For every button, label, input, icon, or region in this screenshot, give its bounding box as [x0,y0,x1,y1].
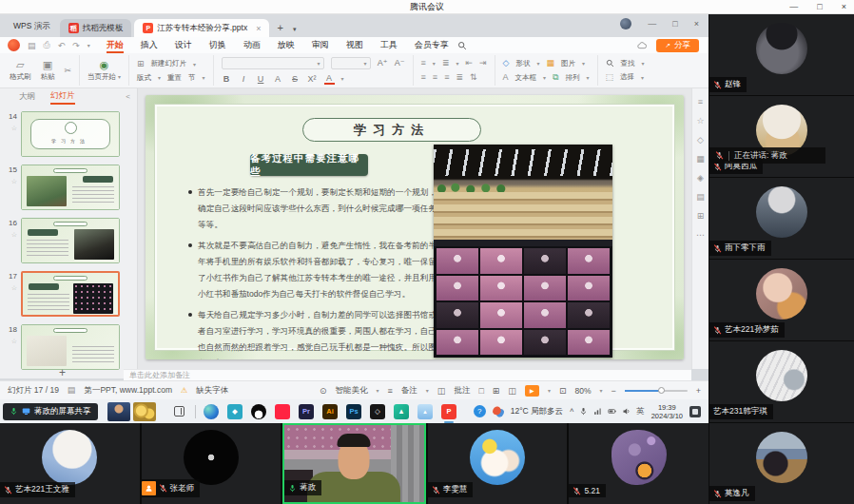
panel-chart-icon[interactable]: ▤ [696,192,705,202]
missing-font-warning[interactable]: 缺失字体 [196,385,228,397]
align-center-icon[interactable]: ≡ [433,72,437,83]
zoom-slider[interactable] [625,390,688,392]
save-icon[interactable]: ▤ [28,41,36,50]
layout-label[interactable]: 版式 [137,73,151,83]
fit-window-icon[interactable]: ⊡ [559,386,567,396]
panel-star-icon[interactable]: ☆ [696,116,704,126]
menu-tab-slideshow[interactable]: 放映 [269,37,303,53]
number-list-icon[interactable]: ≣ [442,58,450,68]
tab-list-chevron-icon[interactable]: ▾ [293,26,297,33]
play-current-button[interactable]: ◉ 当页开始 ▾ [87,60,121,82]
tray-battery-icon[interactable] [608,407,616,416]
teal-app-icon[interactable]: ◆ [227,404,243,419]
slides-tab[interactable]: 幻灯片 [50,90,75,105]
new-slide-label[interactable]: 新建幻灯片 [151,59,187,68]
menu-tab-design[interactable]: 设计 [166,37,201,53]
reset-label[interactable]: 重置 [167,73,182,83]
menu-tab-view[interactable]: 视图 [338,37,372,53]
reading-view-icon[interactable]: ◫ [508,386,516,396]
slide-bullet-list[interactable]: 首先一定要给自己制定一个规划，要制定长期和短期的一个规划，确定自己这段时间应该学… [187,184,437,359]
sorter-view-icon[interactable]: ⊞ [493,386,500,396]
slide-thumbnail-18[interactable] [21,324,120,370]
xiaohongshu-icon[interactable] [275,404,290,419]
redo-icon[interactable]: ↷ [72,41,80,50]
bullet-list-icon[interactable]: ≡ [421,58,426,68]
menu-tab-transitions[interactable]: 切换 [201,37,235,53]
collapse-panel-icon[interactable]: < [126,92,130,101]
menu-tab-insert[interactable]: 插入 [132,37,166,53]
maximize-icon[interactable]: □ [817,0,822,14]
slide-title-pill[interactable]: 学习方法 [302,118,481,142]
increase-font-icon[interactable]: A⁺ [378,58,388,68]
close-icon[interactable]: × [842,0,846,14]
star-icon[interactable]: ☆ [11,178,17,185]
panel-properties-icon[interactable]: ≡ [698,97,703,107]
strikethrough-button[interactable]: S [290,74,301,84]
tab-document[interactable]: P 江苏专转本经验分享.pptx × [134,19,269,37]
font-size-select[interactable]: ▾ [331,57,371,69]
panel-more-icon[interactable]: ⋯ [696,230,705,240]
tray-mic-icon[interactable] [579,407,588,416]
photoshop-icon[interactable]: Ps [346,404,361,419]
arrange-label[interactable]: 排列 [566,73,580,83]
account-avatar[interactable] [620,18,631,29]
zoom-in-icon[interactable]: + [696,386,701,396]
zoom-out-icon[interactable]: − [611,386,615,396]
notification-center-icon[interactable] [689,406,701,417]
edge-icon[interactable] [204,404,219,419]
star-icon[interactable]: ☆ [11,125,17,132]
outline-tab[interactable]: 大纲 [19,91,35,103]
minimize-icon[interactable]: — [789,0,798,14]
find-label[interactable]: 查找 [621,59,635,68]
tab-wps-home[interactable]: WPS 演示 [4,21,60,37]
ime-indicator[interactable]: 英 [636,406,645,417]
outdent-icon[interactable]: ⇤ [465,58,473,68]
screen-share-banner[interactable]: 蒋政的屏幕共享 [3,403,98,420]
star-icon[interactable]: ☆ [11,284,17,292]
select-label[interactable]: 选择 [620,72,634,82]
notes-button[interactable]: 备注 [401,385,417,397]
beautify-button[interactable]: 智能美化 [336,385,368,397]
star-icon[interactable]: ☆ [11,338,17,345]
new-tab-icon[interactable]: + [277,22,282,33]
textbox-label[interactable]: 文本框 [515,73,537,83]
quick-access-chevron-icon[interactable]: ▾ [87,42,90,48]
share-button[interactable]: ↗ 分享 [656,39,699,52]
panel-shape-icon[interactable]: ◇ [697,135,704,145]
taskbar-widget-coins[interactable] [133,402,156,421]
paste-button[interactable]: ▣ 粘贴 [41,60,55,82]
participant-tile[interactable]: 莫逸凡 [709,423,854,504]
search-icon[interactable] [457,41,467,50]
weather-text[interactable]: 12°C 局部多云 [511,406,563,417]
notes-bar[interactable]: 单击此处添加备注 [124,369,691,380]
panel-image-icon[interactable]: ▦ [696,154,705,164]
add-slide-button[interactable]: + [59,366,66,378]
align-left-icon[interactable]: ≡ [421,72,426,83]
menu-tab-review[interactable]: 审阅 [303,37,338,53]
wps-close-icon[interactable]: × [694,19,699,29]
tray-speaker-icon[interactable] [622,407,631,416]
help-icon[interactable]: ? [474,405,486,417]
slide-thumbnail-16[interactable] [21,218,120,263]
line-spacing-icon[interactable]: ⇅ [470,72,477,83]
shapes-label[interactable]: 形状 [515,59,530,68]
participant-tile[interactable]: 艺本221孙梦茹 [709,260,854,340]
taskbar-widget-photo[interactable] [107,402,130,421]
tab-close-icon[interactable]: × [256,24,261,33]
character-spacing-button[interactable]: A [273,74,283,84]
slide-thumbnail-14[interactable]: 学习方法 [21,111,120,157]
bold-button[interactable]: B [222,74,232,84]
menu-tab-tools[interactable]: 工具 [372,37,406,53]
green-app-icon[interactable]: ▲ [394,404,409,419]
participant-tile[interactable]: 李雯慧 [428,423,568,504]
participant-tile[interactable]: 艺本231韩宇琪 [709,341,854,422]
indent-icon[interactable]: ⇥ [479,58,487,68]
slide-thumbnail-15[interactable] [21,165,120,210]
qq-icon[interactable] [251,404,266,419]
menu-tab-home[interactable]: 开始 [98,37,132,53]
illustrator-icon[interactable]: Ai [322,404,338,419]
zoom-level[interactable]: 80% [574,386,591,396]
participant-tile[interactable]: 张老师 [142,423,281,504]
underline-button[interactable]: U [256,74,266,84]
zoom-slider-knob[interactable] [658,387,665,394]
